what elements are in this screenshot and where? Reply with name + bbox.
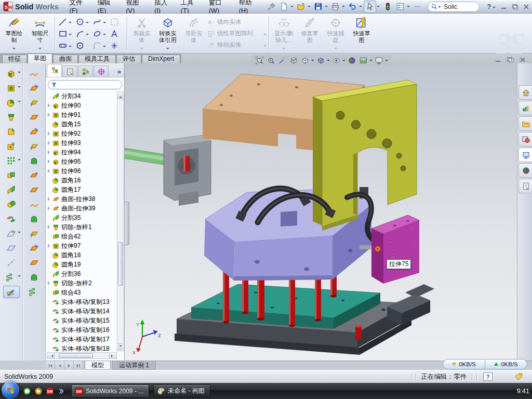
- tray-icon[interactable]: [476, 387, 485, 395]
- scrollbar-thumb[interactable]: [59, 353, 93, 358]
- mold-tool-button[interactable]: [26, 228, 42, 239]
- feature-tree-item[interactable]: 拉伸94: [47, 148, 117, 157]
- expand-arrow-icon[interactable]: [47, 169, 51, 174]
- feature-tree-item[interactable]: 拉伸91: [47, 110, 117, 119]
- task-pane-tab[interactable]: [518, 148, 532, 162]
- quick-tool-button[interactable]: [347, 1, 358, 12]
- feature-tool-button[interactable]: [3, 286, 20, 298]
- feature-tool-button[interactable]: [4, 97, 19, 108]
- feature-tree-item[interactable]: 实体-移动/复制14: [47, 307, 117, 316]
- ribbon-button[interactable]: 快速草图: [349, 15, 375, 52]
- quick-tool-button[interactable]: [329, 1, 341, 12]
- feature-tree-item[interactable]: 拉伸95: [47, 157, 117, 166]
- feature-tree-item[interactable]: 实体-移动/复制17: [47, 335, 117, 344]
- start-button[interactable]: [2, 381, 19, 399]
- sketch-tool-button[interactable]: [91, 16, 108, 28]
- quick-tool-button[interactable]: [382, 1, 393, 12]
- ribbon-button[interactable]: 修复草图: [297, 15, 323, 52]
- feature-tree-item[interactable]: 实体-移动/复制16: [47, 325, 117, 335]
- view-tool-button[interactable]: [357, 56, 369, 66]
- tag-icon[interactable]: [514, 373, 523, 381]
- tray-icon[interactable]: [439, 387, 447, 395]
- mold-tool-button[interactable]: [26, 198, 42, 210]
- ribbon-stack-button[interactable]: 移动实体: [207, 40, 267, 50]
- feature-tree-item[interactable]: 实体-移动/复制15: [47, 316, 117, 325]
- mold-tool-button[interactable]: [26, 286, 42, 297]
- mold-tool-button[interactable]: [26, 184, 42, 195]
- quick-launch-button[interactable]: SW: [44, 385, 56, 397]
- study-nav-button[interactable]: [46, 361, 55, 370]
- mold-tool-button[interactable]: [26, 82, 42, 94]
- sketch-tool-button[interactable]: [91, 39, 108, 51]
- feature-tree-item[interactable]: 拉伸92: [47, 129, 117, 138]
- expand-arrow-icon[interactable]: [47, 197, 51, 202]
- task-pane-tab[interactable]: [518, 163, 532, 178]
- graphics-area[interactable]: Y Z X: [125, 63, 517, 361]
- view-tool-button[interactable]: [315, 56, 326, 66]
- part-gray-insert[interactable]: [164, 135, 211, 206]
- feature-tool-button[interactable]: [4, 140, 19, 152]
- command-tab[interactable]: 评估: [116, 55, 141, 63]
- ribbon-button[interactable]: 快速捕捉: [323, 15, 349, 52]
- view-tool-button[interactable]: [330, 56, 342, 66]
- feature-tree-item[interactable]: 拉伸96: [47, 166, 117, 176]
- feature-tool-button[interactable]: [4, 169, 19, 181]
- expand-arrow-icon[interactable]: [47, 113, 51, 117]
- study-nav-button[interactable]: [64, 361, 74, 370]
- feature-tree-item[interactable]: 分割34: [47, 91, 117, 101]
- part-magenta-block[interactable]: [371, 215, 419, 284]
- expand-arrow-icon[interactable]: [47, 225, 51, 230]
- mold-tool-button[interactable]: [26, 68, 42, 79]
- feature-tree-item[interactable]: 分割35: [47, 213, 117, 222]
- view-tool-button[interactable]: [276, 56, 288, 66]
- sketch-tool-button[interactable]: [57, 39, 74, 51]
- view-tool-button[interactable]: [346, 56, 357, 66]
- manager-tab[interactable]: [62, 65, 77, 77]
- expand-arrow-icon[interactable]: [47, 206, 51, 211]
- search-input[interactable]: [443, 3, 475, 11]
- sketch-tool-button[interactable]: [74, 16, 91, 28]
- command-tab[interactable]: DimXpert: [142, 55, 180, 63]
- expand-arrow-icon[interactable]: [47, 141, 51, 145]
- feature-tree-item[interactable]: 组合42: [47, 232, 117, 241]
- manager-tabs-overflow[interactable]: »: [117, 68, 123, 77]
- feature-tree-item[interactable]: 拉伸93: [47, 138, 117, 148]
- tray-icon[interactable]: [458, 387, 466, 395]
- mold-tool-button[interactable]: [26, 140, 42, 152]
- mold-tool-button[interactable]: [26, 155, 42, 166]
- expand-arrow-icon[interactable]: [47, 244, 51, 248]
- command-tab[interactable]: 草图: [28, 54, 52, 63]
- feature-tree-item[interactable]: 切除-放样1: [47, 222, 117, 232]
- ribbon-button[interactable]: 显示/删除几...: [271, 15, 297, 52]
- command-tab[interactable]: 特征: [2, 55, 27, 63]
- search-box[interactable]: [428, 2, 480, 12]
- tray-icon[interactable]: [504, 387, 513, 395]
- feature-tree-item[interactable]: 圆角17: [47, 185, 117, 194]
- command-tab[interactable]: 曲面: [53, 55, 78, 63]
- task-pane-tab[interactable]: [518, 132, 532, 147]
- sketch-tool-button[interactable]: [108, 28, 125, 39]
- task-pane-tab[interactable]: [518, 116, 532, 131]
- feature-tool-button[interactable]: [4, 126, 19, 137]
- quick-tool-button[interactable]: [411, 1, 423, 12]
- restore-button[interactable]: [511, 3, 519, 11]
- feature-tool-button[interactable]: [4, 213, 19, 224]
- mold-tool-button[interactable]: [26, 242, 42, 254]
- feature-tool-button[interactable]: [4, 271, 19, 283]
- sketch-tool-button[interactable]: [108, 39, 125, 51]
- feature-tree-item[interactable]: 圆角18: [47, 250, 117, 260]
- task-pane-tab[interactable]: [518, 85, 532, 100]
- tree-vertical-scrollbar[interactable]: [117, 91, 124, 351]
- panel-splitter-handle[interactable]: [125, 202, 129, 245]
- tray-icon[interactable]: [486, 387, 494, 395]
- feature-tree-item[interactable]: 实体-移动/复制13: [47, 297, 117, 307]
- feature-tree-item[interactable]: 拉伸90: [47, 101, 117, 110]
- sketch-tool-button[interactable]: [108, 16, 125, 28]
- sketch-tool-button[interactable]: [74, 28, 91, 39]
- scrollbar-thumb[interactable]: [118, 242, 123, 286]
- help-dropdown-caret[interactable]: [493, 7, 496, 10]
- study-nav-button[interactable]: [55, 361, 64, 370]
- view-tool-button[interactable]: [288, 56, 299, 66]
- tray-icon[interactable]: [467, 387, 475, 395]
- ribbon-button[interactable]: 转换实体引用: [155, 15, 181, 52]
